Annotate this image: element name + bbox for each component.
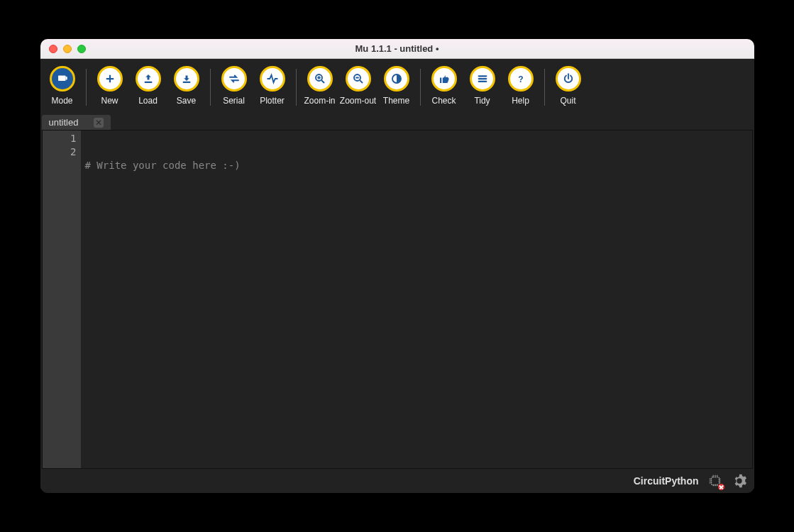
- toolbar: Mode New Load Save Serial: [40, 59, 754, 113]
- code-line: # Write your code here :-): [85, 159, 748, 172]
- theme-button[interactable]: Theme: [377, 65, 416, 107]
- svg-rect-1: [65, 77, 67, 80]
- plus-icon: [97, 66, 123, 92]
- toolbar-separator: [86, 69, 87, 106]
- load-button[interactable]: Load: [129, 65, 167, 107]
- toolbar-separator: [420, 69, 421, 106]
- close-tab-icon[interactable]: ✕: [94, 118, 104, 128]
- theme-label: Theme: [383, 96, 409, 106]
- zoom-in-label: Zoom-in: [304, 96, 335, 106]
- window-title: Mu 1.1.1 - untitled •: [40, 43, 754, 54]
- serial-label: Serial: [223, 96, 245, 106]
- line-number: 1: [43, 132, 77, 145]
- tab-label: untitled: [49, 117, 79, 128]
- save-button[interactable]: Save: [167, 65, 206, 107]
- close-window-button[interactable]: [49, 45, 57, 53]
- arrows-horizontal-icon: [221, 66, 247, 92]
- thumbs-up-icon: [431, 66, 457, 92]
- question-icon: ?: [508, 66, 534, 92]
- code-line: [85, 199, 748, 213]
- check-label: Check: [431, 96, 456, 106]
- minimize-window-button[interactable]: [63, 45, 72, 53]
- save-label: Save: [177, 96, 196, 106]
- app-window: Mu 1.1.1 - untitled • Mode New Load: [40, 39, 754, 493]
- zoom-out-label: Zoom-out: [340, 96, 376, 106]
- mode-label: Mode: [51, 96, 72, 106]
- editor-tab[interactable]: untitled ✕: [42, 115, 111, 130]
- svg-text:?: ?: [518, 74, 523, 84]
- svg-rect-5: [182, 82, 190, 83]
- toolbar-separator: [296, 69, 297, 106]
- toolbar-separator: [544, 69, 545, 106]
- chip-status-icon[interactable]: [707, 473, 723, 489]
- editor-area: 1 2 # Write your code here :-): [42, 130, 753, 469]
- titlebar: Mu 1.1.1 - untitled •: [40, 39, 754, 59]
- check-button[interactable]: Check: [425, 65, 463, 107]
- settings-gear-icon[interactable]: [732, 473, 747, 489]
- line-number: 2: [43, 145, 77, 159]
- serial-button[interactable]: Serial: [215, 65, 253, 107]
- svg-rect-19: [711, 477, 719, 485]
- line-number-gutter: 1 2: [43, 131, 81, 468]
- zoom-window-button[interactable]: [77, 45, 86, 53]
- traffic-lights: [40, 45, 86, 53]
- tab-bar: untitled ✕: [40, 113, 754, 130]
- code-editor[interactable]: # Write your code here :-): [81, 131, 752, 468]
- quit-button[interactable]: Quit: [549, 65, 588, 107]
- new-button[interactable]: New: [91, 65, 129, 107]
- zoom-in-button[interactable]: Zoom-in: [301, 65, 339, 107]
- help-button[interactable]: ? Help: [502, 65, 540, 107]
- status-mode-label: CircuitPython: [634, 475, 699, 487]
- upload-icon: [136, 66, 161, 92]
- download-icon: [174, 66, 199, 92]
- toolbar-separator: [210, 69, 211, 106]
- mode-button[interactable]: Mode: [43, 65, 82, 107]
- svg-line-7: [321, 80, 324, 83]
- menu-icon: [470, 66, 495, 92]
- load-label: Load: [138, 96, 158, 106]
- plotter-label: Plotter: [260, 96, 285, 106]
- activity-icon: [260, 66, 285, 92]
- tidy-label: Tidy: [474, 96, 490, 106]
- zoom-in-icon: [307, 66, 333, 92]
- tidy-button[interactable]: Tidy: [463, 65, 502, 107]
- help-label: Help: [512, 96, 529, 106]
- svg-line-11: [360, 80, 363, 83]
- mode-icon: [50, 66, 75, 92]
- device-error-badge: [717, 483, 725, 491]
- power-icon: [556, 66, 581, 92]
- plotter-button[interactable]: Plotter: [253, 65, 292, 107]
- zoom-out-icon: [346, 66, 371, 92]
- contrast-icon: [384, 66, 409, 92]
- quit-label: Quit: [560, 96, 575, 106]
- svg-rect-4: [144, 82, 152, 83]
- new-label: New: [101, 96, 118, 106]
- zoom-out-button[interactable]: Zoom-out: [339, 65, 377, 107]
- svg-rect-0: [58, 76, 66, 82]
- status-bar: CircuitPython: [40, 469, 754, 493]
